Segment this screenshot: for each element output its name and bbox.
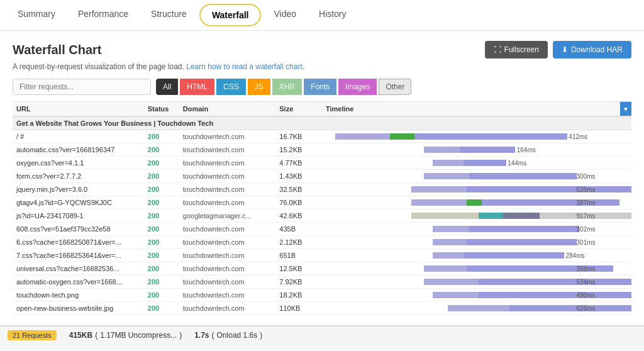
table-row[interactable]: automatic-oxygen.css?ver=1668...200touch… [13, 276, 631, 289]
timeline-cell: 412ms [322, 130, 631, 143]
table-row[interactable]: automatic.css?ver=1668196347200touchdown… [13, 143, 631, 157]
timeline-cell: 917ms [322, 209, 631, 223]
time-label: 284ms [566, 252, 585, 259]
url-cell: oxygen.css?ver=4.1.1 [13, 157, 144, 170]
tab-structure[interactable]: Structure [140, 0, 198, 30]
page-title-row: Waterfall Chart ⛶ Fullscreen ⬇ Download … [13, 41, 631, 58]
status-cell: 200 [144, 209, 179, 223]
filter-fonts[interactable]: Fonts [304, 79, 336, 95]
table-row[interactable]: gtagv4.js?id=G-YQCWS9KJ0C200touchdowntec… [13, 196, 631, 209]
domain-cell: touchdowntech.com [179, 302, 276, 315]
tab-waterfall[interactable]: Waterfall [199, 4, 262, 26]
url-cell: form.css?ver=2.7.7.2 [13, 170, 144, 183]
download-icon: ⬇ [562, 45, 568, 54]
table-row[interactable]: form.css?ver=2.7.7.2200touchdowntech.com… [13, 170, 631, 183]
domain-cell: touchdowntech.com [179, 262, 276, 276]
status-cell: 200 [144, 170, 179, 183]
bar-segment [509, 305, 631, 311]
timeline-bar-container: 535ms [326, 185, 631, 194]
filter-js[interactable]: JS [248, 79, 270, 95]
timeline-bar-container: 917ms [326, 211, 631, 220]
bar-segment [433, 292, 479, 298]
filter-images[interactable]: Images [338, 79, 377, 95]
size-cell: 651B [275, 249, 322, 262]
table-row[interactable]: jquery.min.js?ver=3.6.0200touchdowntech.… [13, 183, 631, 196]
size-cell: 18.2KB [275, 289, 322, 302]
domain-cell: touchdowntech.com [179, 170, 276, 183]
filter-css[interactable]: CSS [216, 79, 246, 95]
domain-cell: touchdowntech.com [179, 157, 276, 170]
table-row[interactable]: oxygen.css?ver=4.1.1200touchdowntech.com… [13, 157, 631, 170]
domain-cell: googletagmanager.c... [179, 209, 276, 223]
size-cell: 15.2KB [275, 143, 322, 157]
filter-all[interactable]: All [156, 79, 178, 95]
url-cell: open-new-business-website.jpg [13, 302, 144, 315]
tab-video[interactable]: Video [262, 0, 308, 30]
time-label: 301ms [577, 239, 596, 246]
filter-xhr[interactable]: XHR [272, 79, 302, 95]
bar-segment [433, 160, 464, 166]
domain-cell: touchdowntech.com [179, 289, 276, 302]
timeline-cell: 300ms [322, 170, 631, 183]
table-row[interactable]: 608.css?ve=51aef379cc32e58200touchdownte… [13, 223, 631, 236]
timeline-bar-container: 387ms [326, 198, 631, 207]
timeline-bar-container: 626ms [326, 304, 631, 313]
timeline-cell: 757ms [322, 315, 631, 316]
fullscreen-icon: ⛶ [494, 45, 501, 54]
page-content: Waterfall Chart ⛶ Fullscreen ⬇ Download … [0, 31, 644, 325]
table-row[interactable]: / #200touchdowntech.com16.7KB412ms [13, 130, 631, 143]
domain-cell: touchdowntech.com [179, 196, 276, 209]
status-cell: 200 [144, 196, 179, 209]
time-label: 398ms [577, 265, 596, 272]
uncompressed-value: ( [95, 331, 97, 340]
main-navigation: Summary Performance Structure Waterfall … [0, 0, 644, 31]
download-har-button[interactable]: ⬇ Download HAR [553, 41, 631, 58]
timeline-dropdown-arrow[interactable]: ▼ [620, 102, 631, 116]
size-info: 415KB ( 1.17MB Uncompress... ) [69, 331, 182, 340]
bar-segment [460, 147, 515, 153]
learn-link[interactable]: Learn how to read a waterfall chart [186, 62, 303, 71]
size-cell: 4.77KB [275, 157, 322, 170]
table-row[interactable]: touchdown-tech.png200touchdowntech.com18… [13, 289, 631, 302]
domain-cell: touchdowntech.com [179, 143, 276, 157]
domain-cell: touchdowntech.com [179, 249, 276, 262]
search-input[interactable] [13, 79, 151, 95]
uncompressed-label: 1.17MB Uncompress... [100, 331, 177, 340]
url-cell: touchdown-tech.png [13, 289, 144, 302]
filter-other[interactable]: Other [379, 79, 411, 95]
waterfall-table: URL Status Domain Size Timeline ▼ Get a … [13, 101, 631, 315]
timeline-bar-container: 412ms [326, 132, 631, 141]
tab-history[interactable]: History [308, 0, 358, 30]
size-cell: 76.0KB [275, 196, 322, 209]
timeline-cell: 284ms [322, 249, 631, 262]
status-cell: 200 [144, 249, 179, 262]
page-title: Waterfall Chart [13, 43, 102, 57]
table-row[interactable]: aos.css?ver=6.0.3200touchdowntech.com2.1… [13, 315, 631, 316]
table-row[interactable]: 6.css?cache=1668250871&ver=...200touchdo… [13, 236, 631, 249]
bar-segment [411, 199, 466, 206]
filter-html[interactable]: HTML [180, 79, 214, 95]
bar-segment [424, 173, 470, 179]
size-cell: 7.92KB [275, 276, 322, 289]
tab-performance[interactable]: Performance [67, 0, 140, 30]
table-row[interactable]: open-new-business-website.jpg200touchdow… [13, 302, 631, 315]
tab-summary[interactable]: Summary [6, 0, 67, 30]
table-row[interactable]: js?id=UA-23417089-1200googletagmanager.c… [13, 209, 631, 223]
bar-segment [479, 292, 631, 298]
timeline-bar-container: 301ms [326, 238, 631, 247]
table-row[interactable]: universal.css?cache=16682536...200touchd… [13, 262, 631, 276]
onload-value: Onload 1.6s [217, 331, 258, 340]
timeline-cell: 534ms [322, 276, 631, 289]
bar-segment [467, 199, 482, 206]
time-label: 535ms [577, 186, 596, 193]
fullscreen-button[interactable]: ⛶ Fullscreen [485, 41, 548, 58]
bar-segment [467, 239, 577, 245]
size-cell: 435B [275, 223, 322, 236]
domain-cell: touchdowntech.com [179, 236, 276, 249]
timeline-cell: 387ms [322, 196, 631, 209]
bar-segment [464, 252, 564, 259]
title-buttons: ⛶ Fullscreen ⬇ Download HAR [485, 41, 631, 58]
bar-segment [335, 133, 390, 140]
table-row[interactable]: 7.css?cache=1668253641&ver=...200touchdo… [13, 249, 631, 262]
bar-segment [411, 186, 466, 192]
